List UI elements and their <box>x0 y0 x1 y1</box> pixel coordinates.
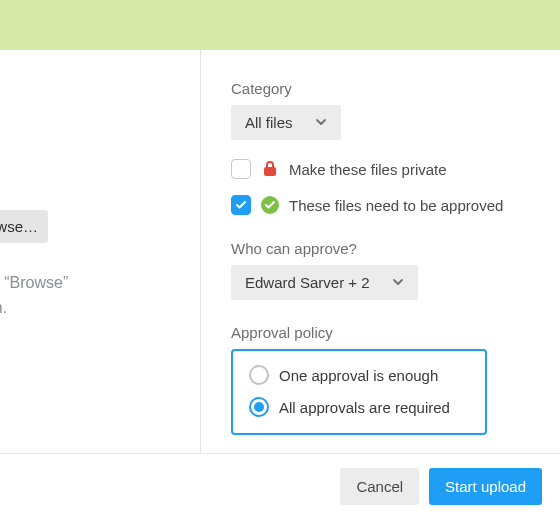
browse-button-label: wse… <box>0 218 38 235</box>
dialog-footer: Cancel Start upload <box>0 453 560 519</box>
policy-label: Approval policy <box>231 324 540 341</box>
approval-row: These files need to be approved <box>231 194 540 216</box>
policy-option-one-label: One approval is enough <box>279 367 438 384</box>
browse-button[interactable]: wse… <box>0 210 48 243</box>
private-checkbox[interactable] <box>231 159 251 179</box>
chevron-down-icon <box>392 274 404 291</box>
policy-option-all[interactable]: All approvals are required <box>249 397 469 417</box>
approver-select[interactable]: Edward Sarver + 2 <box>231 265 418 300</box>
lock-icon <box>259 158 281 180</box>
svg-rect-0 <box>264 167 276 176</box>
approval-label: These files need to be approved <box>289 197 503 214</box>
dropzone-hint: or click “Browse” ct them. <box>0 271 190 321</box>
cancel-button[interactable]: Cancel <box>340 468 419 505</box>
dialog-body: wse… or click “Browse” ct them. Category… <box>0 50 560 453</box>
dropzone-panel: wse… or click “Browse” ct them. <box>0 50 190 453</box>
notification-banner <box>0 0 560 50</box>
dropzone-hint-line1: or click “Browse” <box>0 274 68 291</box>
dropzone-hint-line2: ct them. <box>0 299 7 316</box>
chevron-down-icon <box>315 114 327 131</box>
settings-panel: Category All files Make these files priv… <box>201 50 560 453</box>
upload-dialog: wse… or click “Browse” ct them. Category… <box>0 0 560 520</box>
policy-group: One approval is enough All approvals are… <box>231 349 487 435</box>
category-label: Category <box>231 80 540 97</box>
private-row: Make these files private <box>231 158 540 180</box>
approval-checkbox[interactable] <box>231 195 251 215</box>
category-select[interactable]: All files <box>231 105 341 140</box>
approver-label: Who can approve? <box>231 240 540 257</box>
policy-option-all-label: All approvals are required <box>279 399 450 416</box>
private-label: Make these files private <box>289 161 447 178</box>
start-upload-button-label: Start upload <box>445 478 526 495</box>
cancel-button-label: Cancel <box>356 478 403 495</box>
radio-unchecked-icon <box>249 365 269 385</box>
approver-select-value: Edward Sarver + 2 <box>245 274 370 291</box>
category-select-value: All files <box>245 114 293 131</box>
policy-option-one[interactable]: One approval is enough <box>249 365 469 385</box>
start-upload-button[interactable]: Start upload <box>429 468 542 505</box>
check-circle-icon <box>259 194 281 216</box>
radio-checked-icon <box>249 397 269 417</box>
